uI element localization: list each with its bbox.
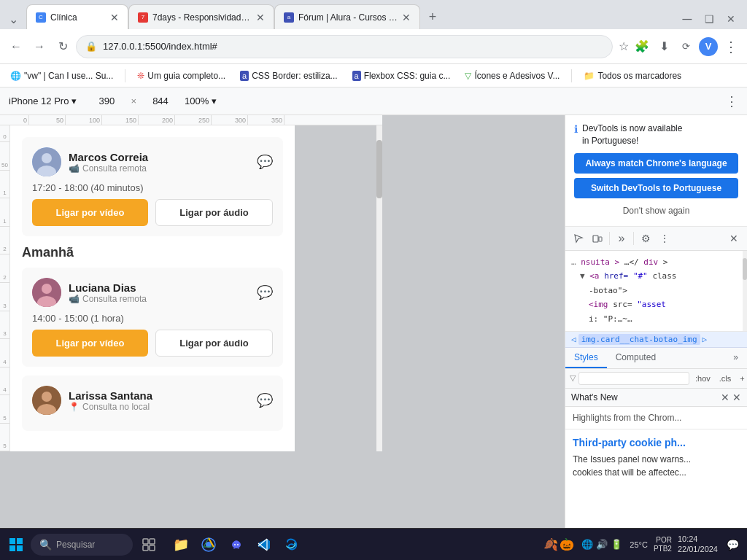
devtools-settings-button[interactable]: ⚙ [637, 230, 654, 247]
bookmark-vw[interactable]: 🌐 "vw" | Can I use... Su... [6, 69, 117, 82]
btn-audio-luciana[interactable]: Ligar por áudio [155, 330, 273, 357]
minimize-button[interactable]: ─ [677, 9, 697, 29]
html-src-val: "asset [637, 300, 666, 309]
btn-video-marcos[interactable]: Ligar por vídeo [32, 199, 148, 226]
tab-close-clinica[interactable]: ✕ [110, 12, 119, 23]
tab-forum[interactable]: a Fórum | Alura - Cursos online d... ✕ [274, 4, 420, 29]
battery-icon[interactable]: 🔋 [611, 539, 622, 550]
person-name-marcos: Marcos Correia [69, 151, 148, 163]
tab-close-forum[interactable]: ✕ [402, 12, 411, 23]
card-header-marcos: Marcos Correia 📹 Consulta remota 💬 [32, 147, 273, 176]
chat-icon-larissa[interactable]: 💬 [257, 392, 273, 408]
taskbar-app-chrome[interactable] [196, 532, 222, 558]
taskbar-app-file-explorer[interactable]: 📁 [168, 532, 194, 558]
notification-button[interactable]: 💬 [722, 534, 743, 555]
taskbar-search[interactable]: 🔍 Pesquisar [31, 534, 133, 556]
btn-always-match[interactable]: Always match Chrome's language [574, 153, 738, 174]
taskbar-app-edge[interactable] [279, 532, 305, 558]
chat-icon-luciana[interactable]: 💬 [257, 284, 273, 300]
tray-icon-1[interactable]: 🍂 [543, 537, 558, 551]
device-toggle-button[interactable] [589, 230, 606, 247]
ruler-tick-200: 200 [139, 115, 175, 125]
taskbar-search-icon: 🔍 [39, 539, 52, 551]
html-scrollbar[interactable] [743, 251, 747, 331]
hov-button[interactable]: :hov [692, 373, 713, 384]
btn-switch-language[interactable]: Switch DevTools to Portuguese [574, 178, 738, 198]
ruler-tick-350: 350 [248, 115, 285, 125]
btn-video-luciana[interactable]: Ligar por vídeo [32, 330, 148, 357]
main-area: 0 50 100 150 200 250 300 350 0 50 1 1 2 … [0, 115, 747, 528]
device-selector[interactable]: iPhone 12 Pro ▾ [9, 96, 77, 106]
cls-button[interactable]: .cls [716, 373, 735, 384]
btn-audio-marcos[interactable]: Ligar por áudio [155, 199, 273, 226]
highlights-text: Highlights from the Chrom... [573, 413, 681, 423]
mobile-scrollbar[interactable] [376, 125, 382, 451]
height-input[interactable] [142, 96, 179, 106]
taskbar-apps: 📁 [168, 532, 305, 558]
lang-text: POR [654, 536, 672, 545]
start-button[interactable] [4, 533, 28, 556]
vruler-150: 1 [0, 198, 9, 227]
person-info-marcos: Marcos Correia 📹 Consulta remota [69, 151, 148, 174]
whats-new-panel-close[interactable]: ✕ [732, 392, 741, 403]
bookmark-flexbox[interactable]: a Flexbox CSS: guia c... [348, 69, 455, 82]
bookmark-label-icons: Ícones e Adesivos V... [474, 71, 560, 81]
add-style-button[interactable]: + [737, 373, 747, 384]
style-filter-input[interactable] [578, 372, 689, 385]
ellipsis-1: … [571, 257, 576, 267]
notif-text: DevTools is now availablein Portuguese! [582, 122, 682, 147]
profile-avatar[interactable]: V [699, 37, 718, 56]
tray-icon-2[interactable]: 🎃 [560, 537, 574, 551]
whats-new-close-x-button[interactable]: ✕ [721, 392, 729, 403]
downloads-button[interactable]: ⬇ [654, 36, 674, 57]
breadcrumb-arrow-left[interactable]: ◁ [571, 335, 576, 344]
bookmark-guia[interactable]: ❊ Um guia completo... [133, 69, 230, 82]
tab-label-clinica: Clínica [50, 12, 106, 23]
new-tab-button[interactable]: + [420, 4, 445, 29]
extensions-button[interactable]: 🧩 [632, 36, 652, 57]
expand-panels-button[interactable]: » [613, 230, 630, 247]
forward-button[interactable]: → [29, 36, 50, 57]
device-toolbar-more[interactable]: ⋮ [725, 93, 738, 109]
address-bar[interactable]: 🔒 127.0.0.1:5500/index.html# [76, 35, 613, 58]
bookmark-css-border[interactable]: a CSS Border: estiliza... [236, 69, 342, 82]
breadcrumb-arrow-right[interactable]: ▷ [703, 335, 708, 344]
taskbar-app-discord[interactable] [223, 532, 249, 558]
clock-display[interactable]: 10:24 22/01/2024 [678, 534, 718, 553]
zoom-selector[interactable]: 100% ▾ [185, 96, 217, 106]
reload-button[interactable]: ↻ [53, 36, 73, 57]
tab-7days[interactable]: 7 7days - Responsividade (Copy) ✕ [128, 4, 274, 29]
tab-styles[interactable]: Styles [565, 348, 607, 368]
taskbar-search-text: Pesquisar [56, 540, 95, 550]
taskbar-app-vscode[interactable] [251, 532, 277, 558]
btn-dont-show[interactable]: Don't show again [574, 203, 738, 219]
back-button[interactable]: ← [6, 36, 26, 57]
close-button[interactable]: ✕ [721, 9, 741, 29]
bookmark-icons[interactable]: ▽ Ícones e Adesivos V... [460, 69, 564, 82]
tab-nav-prev[interactable]: ⌄ [3, 9, 23, 29]
tab-more-panels[interactable]: » [724, 348, 747, 368]
maximize-button[interactable]: ❑ [699, 9, 719, 29]
bookmark-star-icon[interactable]: ☆ [619, 39, 629, 53]
devtools-close-button[interactable]: ✕ [725, 230, 743, 247]
tab-close-7days[interactable]: ✕ [256, 12, 265, 23]
sync-button[interactable]: ⟳ [676, 36, 696, 57]
menu-button[interactable]: ⋮ [721, 36, 741, 57]
address-bar-row: ← → ↻ 🔒 127.0.0.1:5500/index.html# ☆ 🧩 ⬇… [0, 29, 747, 64]
tab-computed[interactable]: Computed [607, 348, 665, 368]
volume-icon[interactable]: 🔊 [596, 539, 608, 550]
svg-point-4 [42, 284, 52, 294]
devtools-more-button[interactable]: ⋮ [656, 230, 673, 247]
taskview-button[interactable] [136, 532, 162, 558]
devtools-panel: ℹ DevTools is now availablein Portuguese… [565, 115, 747, 528]
mobile-scroll-container[interactable]: 0 50 1 1 2 2 3 3 4 4 5 5 [0, 125, 565, 451]
network-icon[interactable]: 🌐 [581, 539, 593, 550]
breadcrumb-selected[interactable]: img.card__chat-botao_img [578, 334, 700, 345]
width-input[interactable] [88, 96, 125, 106]
inspect-element-button[interactable] [570, 230, 587, 247]
bookmark-todos[interactable]: 📁 Todos os marcadores [579, 69, 686, 82]
chat-icon-marcos[interactable]: 💬 [257, 154, 273, 170]
svg-rect-13 [9, 545, 15, 551]
html-arrow-2[interactable]: ▼ [580, 271, 585, 281]
tab-clinica[interactable]: C Clínica ✕ [26, 4, 128, 29]
